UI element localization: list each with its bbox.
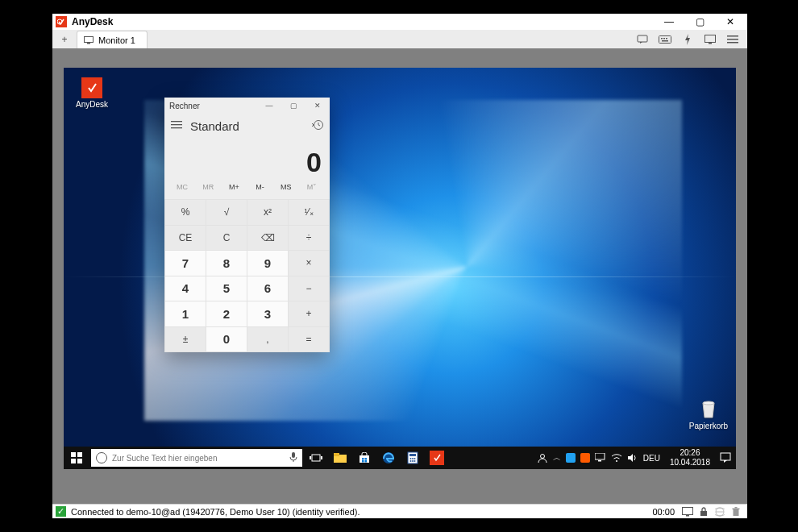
tab-monitor-1[interactable]: Monitor 1 (77, 31, 148, 48)
taskbar-explorer[interactable] (328, 447, 352, 469)
taskbar-edge[interactable] (376, 447, 401, 469)
svg-rect-37 (409, 454, 416, 456)
system-tray: ︿ DEU 20:26 10.04.2018 (532, 448, 736, 468)
svg-rect-5 (661, 38, 663, 39)
calc-maximize-button[interactable]: ▢ (281, 98, 305, 114)
close-button[interactable]: ✕ (715, 14, 746, 30)
svg-rect-53 (734, 509, 739, 516)
calc-multiply[interactable]: × (289, 251, 329, 276)
calc-6[interactable]: 6 (247, 276, 288, 301)
calc-decimal[interactable]: , (247, 327, 288, 352)
calculator-window[interactable]: Rechner — ▢ ✕ Standard 0 MC MR M+ (164, 98, 330, 352)
svg-rect-31 (362, 458, 364, 460)
svg-rect-34 (365, 460, 368, 463)
svg-rect-12 (727, 39, 738, 40)
calc-2[interactable]: 2 (206, 301, 247, 326)
actions-button[interactable] (676, 31, 699, 48)
status-monitor-icon[interactable] (680, 507, 696, 517)
calc-mr[interactable]: MR (195, 183, 221, 199)
tray-wifi-icon[interactable] (611, 453, 622, 463)
chat-button[interactable] (631, 31, 654, 48)
svg-rect-26 (310, 456, 311, 459)
calc-percent[interactable]: % (165, 200, 206, 225)
calc-0[interactable]: 0 (206, 327, 247, 352)
new-tab-button[interactable]: + (54, 31, 75, 48)
calc-3[interactable]: 3 (247, 301, 288, 326)
calc-9[interactable]: 9 (247, 251, 288, 276)
start-button[interactable] (64, 447, 89, 469)
calc-minimize-button[interactable]: — (257, 98, 281, 114)
calc-negate[interactable]: ± (165, 327, 206, 352)
calc-4[interactable]: 4 (165, 276, 206, 301)
tray-volume-icon[interactable] (627, 453, 638, 463)
svg-rect-33 (362, 460, 364, 463)
svg-rect-45 (595, 453, 605, 459)
display-button[interactable] (699, 31, 721, 48)
tray-clock[interactable]: 20:26 10.04.2018 (665, 448, 715, 468)
remote-desktop[interactable]: AnyDesk Papierkorb Rechner — ▢ ✕ (64, 68, 736, 469)
tray-app-icon[interactable] (580, 453, 590, 463)
svg-rect-4 (659, 36, 671, 44)
calc-square[interactable]: x² (247, 200, 288, 225)
hamburger-icon[interactable] (171, 120, 182, 132)
svg-rect-9 (705, 35, 716, 43)
svg-rect-21 (71, 459, 76, 463)
calc-close-button[interactable]: ✕ (305, 98, 330, 114)
calc-backspace[interactable]: ⌫ (247, 226, 288, 251)
calc-reciprocal[interactable]: ¹∕ₓ (289, 200, 329, 225)
minimize-button[interactable]: — (654, 14, 684, 30)
svg-rect-54 (733, 508, 740, 509)
calc-mlist[interactable]: M˅ (299, 183, 325, 199)
calc-window-title: Rechner (169, 102, 200, 110)
status-net-icon[interactable] (712, 507, 728, 517)
svg-rect-11 (727, 35, 738, 37)
calc-divide[interactable]: ÷ (289, 226, 329, 251)
svg-rect-19 (71, 452, 76, 457)
calc-5[interactable]: 5 (206, 276, 247, 301)
calc-mode-label: Standard (190, 119, 239, 133)
calc-mminus[interactable]: M- (247, 183, 273, 199)
monitor-icon (84, 36, 94, 44)
calc-mplus[interactable]: M+ (221, 183, 247, 199)
calc-equals[interactable]: = (289, 327, 329, 352)
svg-rect-48 (721, 453, 730, 460)
taskbar-calculator[interactable] (401, 447, 425, 469)
calc-mc[interactable]: MC (169, 183, 195, 199)
svg-point-40 (414, 458, 416, 459)
action-center-icon[interactable] (720, 452, 731, 463)
calc-minus[interactable]: − (289, 276, 329, 301)
calc-7[interactable]: 7 (165, 251, 206, 276)
tray-language[interactable]: DEU (643, 454, 660, 463)
calc-ms[interactable]: MS (273, 183, 299, 199)
tray-chevron-up-icon[interactable]: ︿ (553, 452, 561, 463)
taskbar-store[interactable] (352, 447, 376, 469)
maximize-button[interactable]: ▢ (684, 14, 715, 30)
svg-point-41 (410, 460, 412, 462)
status-lock-icon[interactable] (696, 507, 712, 517)
tabstrip: + Monitor 1 (52, 30, 747, 48)
cortana-search-box[interactable]: Zur Suche Text hier eingeben (91, 449, 302, 467)
status-trash-icon[interactable] (728, 507, 744, 517)
desktop-icon-papierkorb[interactable]: Papierkorb (684, 399, 733, 430)
calc-sqrt[interactable]: √ (206, 200, 247, 225)
history-icon[interactable] (312, 119, 323, 133)
desktop-icon-anydesk[interactable]: AnyDesk (68, 77, 116, 109)
svg-rect-55 (735, 507, 738, 509)
calc-plus[interactable]: + (289, 301, 329, 326)
calc-8[interactable]: 8 (206, 251, 247, 276)
hamburger-menu-button[interactable] (721, 31, 744, 48)
taskbar-anydesk[interactable] (425, 447, 449, 469)
anydesk-icon (81, 77, 102, 98)
tray-network-icon[interactable] (595, 453, 606, 463)
status-text: Connected to demo-10@ad (19420776, Demo … (71, 507, 360, 517)
task-view-button[interactable] (304, 447, 328, 469)
search-placeholder: Zur Suche Text hier eingeben (112, 454, 217, 463)
people-icon[interactable] (537, 452, 548, 463)
calc-c[interactable]: C (206, 226, 247, 251)
tray-date: 10.04.2018 (670, 458, 710, 468)
keyboard-button[interactable] (654, 31, 676, 48)
tray-bluetooth-icon[interactable] (566, 453, 576, 463)
microphone-icon[interactable] (289, 451, 297, 464)
calc-1[interactable]: 1 (165, 301, 206, 326)
calc-ce[interactable]: CE (165, 226, 206, 251)
